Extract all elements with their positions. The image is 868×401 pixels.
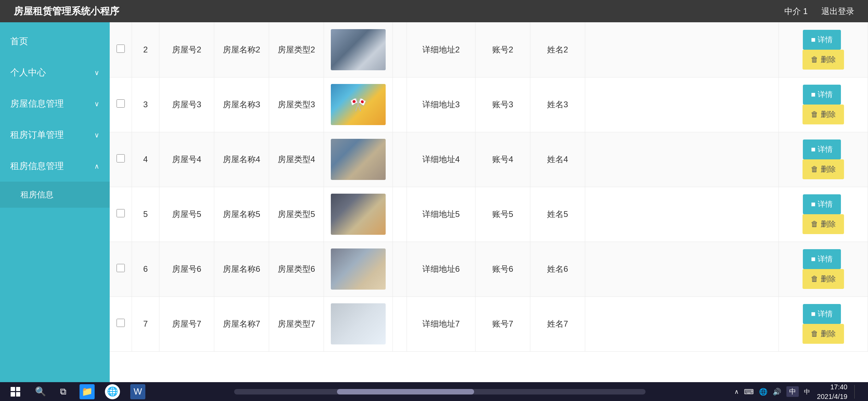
- spacer-cell-2: [585, 22, 779, 77]
- house-id: 房屋号6: [159, 242, 214, 296]
- delete-button[interactable]: 🗑 删除: [803, 159, 844, 179]
- delete-button[interactable]: 🗑 删除: [803, 105, 844, 124]
- sidebar-item-profile[interactable]: 个人中心 ∨: [0, 57, 110, 88]
- house-image-cell: [324, 296, 393, 351]
- house-address: 详细地址6: [407, 242, 475, 296]
- spacer-cell-2: [585, 187, 779, 242]
- taskbar-right: ∧ ⌨ 🌐 🔊 中 中 17:40 2021/4/19: [734, 382, 861, 401]
- chevron-down-icon: ∨: [94, 131, 99, 139]
- table-row: 4房屋号4房屋名称4房屋类型4详细地址4账号4姓名4■ 详情🗑 删除: [110, 132, 868, 187]
- house-person: 姓名5: [530, 187, 585, 242]
- expand-tray-icon[interactable]: ∧: [734, 388, 739, 396]
- house-person: 姓名4: [530, 132, 585, 187]
- systray: ∧ ⌨ 🌐 🔊 中 中: [734, 386, 810, 397]
- start-button[interactable]: [7, 383, 24, 400]
- chevron-down-icon: ∨: [94, 100, 99, 108]
- taskbar-left: 🔍 ⧉ 📁 🌐 W: [7, 383, 145, 400]
- table-row: 6房屋号6房屋名称6房屋类型6详细地址6账号6姓名6■ 详情🗑 删除: [110, 242, 868, 296]
- search-taskbar-icon[interactable]: 🔍: [34, 386, 47, 398]
- chrome-icon[interactable]: 🌐: [105, 384, 120, 399]
- main-content: 2房屋号2房屋名称2房屋类型2详细地址2账号2姓名2■ 详情🗑 删除3房屋号3房…: [110, 22, 868, 382]
- taskbar: 🔍 ⧉ 📁 🌐 W ∧ ⌨ 🌐 🔊 中 中 17:40 2021/4/19: [0, 382, 868, 401]
- row-checkbox-cell: [110, 132, 132, 187]
- house-address: 详细地址2: [407, 22, 475, 77]
- sidebar-item-house-mgmt[interactable]: 房屋信息管理 ∨: [0, 88, 110, 119]
- house-name: 房屋名称5: [214, 187, 269, 242]
- lang-indicator: 中: [786, 386, 799, 397]
- sidebar-rental-mgmt-label: 租房信息管理: [10, 160, 64, 172]
- sidebar: 首页 个人中心 ∨ 房屋信息管理 ∨ 租房订单管理 ∨ 租房信息管理 ∧ 租房信…: [0, 22, 110, 382]
- chevron-up-icon: ∧: [94, 162, 99, 170]
- house-image-cell: [324, 242, 393, 296]
- row-checkbox-cell: [110, 22, 132, 77]
- row-checkbox[interactable]: [117, 154, 125, 162]
- delete-button[interactable]: 🗑 删除: [803, 324, 844, 344]
- house-name: 房屋名称7: [214, 296, 269, 351]
- row-checkbox[interactable]: [117, 99, 125, 108]
- row-checkbox-cell: [110, 242, 132, 296]
- explorer-icon[interactable]: 📁: [80, 384, 95, 399]
- house-id: 房屋号5: [159, 187, 214, 242]
- keyboard-icon: ⌨: [744, 388, 754, 396]
- logout-button[interactable]: 退出登录: [821, 6, 854, 17]
- house-person: 姓名3: [530, 77, 585, 132]
- table-row: 7房屋号7房屋名称7房屋类型7详细地址7账号7姓名7■ 详情🗑 删除: [110, 296, 868, 351]
- row-checkbox[interactable]: [117, 264, 125, 272]
- delete-button[interactable]: 🗑 删除: [803, 214, 844, 234]
- row-checkbox[interactable]: [117, 209, 125, 217]
- house-type: 房屋类型5: [269, 187, 324, 242]
- user-label: 中介 1: [784, 6, 808, 17]
- house-type: 房屋类型6: [269, 242, 324, 296]
- action-cell: ■ 详情🗑 删除: [779, 242, 868, 296]
- house-type: 房屋类型2: [269, 22, 324, 77]
- row-number: 6: [132, 242, 159, 296]
- word-icon[interactable]: W: [130, 384, 145, 399]
- house-image: [331, 29, 386, 70]
- sidebar-subitem-rental-info[interactable]: 租房信息: [0, 182, 110, 208]
- detail-button[interactable]: ■ 详情: [803, 30, 841, 50]
- spacer-cell: [393, 77, 407, 132]
- house-image-cell: [324, 132, 393, 187]
- house-name: 房屋名称3: [214, 77, 269, 132]
- chevron-down-icon: ∨: [94, 69, 99, 77]
- detail-button[interactable]: ■ 详情: [803, 194, 841, 214]
- taskview-icon[interactable]: ⧉: [57, 386, 69, 398]
- spacer-cell: [393, 132, 407, 187]
- delete-button[interactable]: 🗑 删除: [803, 269, 844, 289]
- delete-button[interactable]: 🗑 删除: [803, 50, 844, 70]
- detail-button[interactable]: ■ 详情: [803, 304, 841, 324]
- detail-button[interactable]: ■ 详情: [803, 139, 841, 159]
- action-cell: ■ 详情🗑 删除: [779, 22, 868, 77]
- row-number: 5: [132, 187, 159, 242]
- action-cell: ■ 详情🗑 删除: [779, 132, 868, 187]
- spacer-cell: [393, 22, 407, 77]
- topbar-right: 中介 1 退出登录: [784, 6, 854, 17]
- sidebar-item-home[interactable]: 首页: [0, 26, 110, 57]
- house-person: 姓名2: [530, 22, 585, 77]
- house-image-cell: 🎌: [324, 77, 393, 132]
- sidebar-house-mgmt-label: 房屋信息管理: [10, 98, 64, 110]
- sidebar-item-order-mgmt[interactable]: 租房订单管理 ∨: [0, 119, 110, 150]
- spacer-cell: [393, 187, 407, 242]
- house-address: 详细地址5: [407, 187, 475, 242]
- topbar: 房屋租赁管理系统小程序 中介 1 退出登录: [0, 0, 868, 22]
- sidebar-profile-label: 个人中心: [10, 66, 46, 78]
- house-person: 姓名7: [530, 296, 585, 351]
- house-name: 房屋名称2: [214, 22, 269, 77]
- house-account: 账号7: [475, 296, 530, 351]
- house-image-cell: [324, 22, 393, 77]
- house-image: 🎌: [331, 84, 386, 125]
- row-checkbox-cell: [110, 77, 132, 132]
- row-checkbox[interactable]: [117, 45, 125, 53]
- house-image: [331, 139, 386, 180]
- house-id: 房屋号3: [159, 77, 214, 132]
- row-checkbox[interactable]: [117, 319, 125, 327]
- spacer-cell-2: [585, 77, 779, 132]
- show-desktop-button[interactable]: [854, 385, 861, 399]
- row-number: 3: [132, 77, 159, 132]
- detail-button[interactable]: ■ 详情: [803, 85, 841, 105]
- house-name: 房屋名称6: [214, 242, 269, 296]
- sidebar-item-rental-mgmt[interactable]: 租房信息管理 ∧: [0, 150, 110, 182]
- detail-button[interactable]: ■ 详情: [803, 249, 841, 269]
- volume-icon: 🔊: [773, 388, 781, 396]
